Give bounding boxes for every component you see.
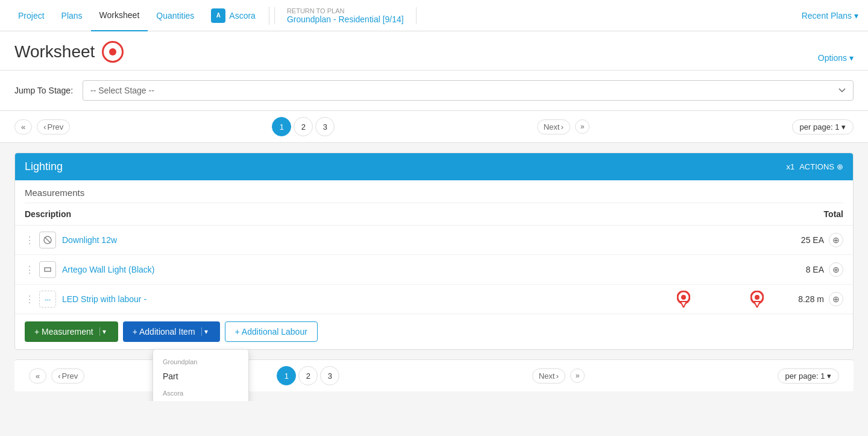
measurements-section: Measurements bbox=[15, 180, 853, 203]
nav-plans[interactable]: Plans bbox=[53, 0, 91, 31]
item-menu-2[interactable]: ⊕ bbox=[829, 262, 843, 277]
table-row: ⋮ Downlight 12w 25 EA ⊕ bbox=[15, 226, 853, 255]
item-name-2[interactable]: Artego Wall Light (Black) bbox=[62, 265, 764, 274]
item-name-3[interactable]: LED Strip with labour - bbox=[62, 294, 675, 304]
dropdown-item-part[interactable]: Part bbox=[153, 367, 248, 386]
svg-marker-8 bbox=[754, 302, 760, 308]
item-icon-2 bbox=[39, 261, 56, 278]
ascora-icon: A bbox=[211, 8, 225, 23]
top-nav: Project Plans Worksheet Quantities A Asc… bbox=[0, 0, 868, 31]
card-actions: + Measurement ▾ + Additional Item ▾ + Ad… bbox=[15, 314, 853, 349]
bottom-prev-page-btn[interactable]: ‹ Prev bbox=[51, 368, 84, 384]
additional-item-arrow[interactable]: ▾ bbox=[201, 327, 210, 336]
table-row: ⋮ --- LED Strip with labour - 8.28 m ⊕ bbox=[15, 285, 853, 314]
next-page-btn[interactable]: Next › bbox=[537, 119, 570, 134]
red-pin-1 bbox=[677, 291, 690, 308]
first-page-btn[interactable]: « bbox=[14, 119, 32, 134]
bottom-per-page-btn[interactable]: per page: 1 ▾ bbox=[778, 368, 839, 384]
stage-select[interactable]: -- Select Stage -- bbox=[83, 80, 854, 101]
page-title: Worksheet bbox=[14, 42, 95, 62]
lighting-card: Lighting x1 ACTIONS ⊕ Measurements Descr… bbox=[14, 153, 854, 350]
dropdown-group-groundplan: Groundplan bbox=[153, 355, 248, 367]
lighting-title: Lighting bbox=[25, 160, 63, 173]
top-pagination-bar: « ‹ Prev 1 2 3 Next › » per page: 1 ▾ bbox=[0, 111, 868, 143]
nav-project[interactable]: Project bbox=[10, 0, 53, 31]
col-total-header: Total bbox=[771, 209, 843, 219]
svg-line-1 bbox=[45, 237, 51, 243]
last-page-btn[interactable]: » bbox=[575, 119, 590, 134]
nav-divider bbox=[269, 7, 269, 25]
page-title-row: Worksheet bbox=[14, 41, 124, 70]
recent-plans-btn[interactable]: Recent Plans ▾ bbox=[802, 11, 858, 21]
nav-quantities[interactable]: Quantities bbox=[148, 0, 203, 31]
nav-worksheet[interactable]: Worksheet bbox=[91, 0, 148, 31]
bottom-page-3-btn[interactable]: 3 bbox=[320, 366, 339, 385]
drag-handle-2[interactable]: ⋮ bbox=[25, 264, 34, 276]
bottom-page-2-btn[interactable]: 2 bbox=[298, 366, 318, 385]
bottom-last-page-btn[interactable]: » bbox=[570, 368, 585, 383]
record-indicator bbox=[102, 41, 124, 63]
bottom-page-1-btn[interactable]: 1 bbox=[277, 366, 296, 385]
svg-rect-2 bbox=[45, 268, 51, 271]
page-1-btn[interactable]: 1 bbox=[272, 117, 291, 136]
additional-labour-btn[interactable]: + Additional Labour bbox=[225, 321, 318, 342]
nav-return: RETURN TO PLAN Groundplan - Residential … bbox=[274, 7, 417, 24]
red-pin-2 bbox=[750, 291, 764, 308]
table-row: ⋮ Artego Wall Light (Black) 8 EA ⊕ bbox=[15, 255, 853, 285]
bottom-first-page-btn[interactable]: « bbox=[29, 368, 46, 384]
bottom-page-numbers: 1 2 3 bbox=[277, 366, 339, 385]
drag-handle-1[interactable]: ⋮ bbox=[25, 235, 34, 246]
x1-label: x1 bbox=[786, 162, 794, 171]
return-plan-link[interactable]: Groundplan - Residential [9/14] bbox=[287, 14, 404, 24]
item-menu-3[interactable]: ⊕ bbox=[829, 292, 843, 306]
lighting-actions: x1 ACTIONS ⊕ bbox=[786, 162, 843, 171]
col-description-header: Description bbox=[25, 209, 771, 219]
jump-label: Jump To Stage: bbox=[14, 86, 73, 95]
item-name-1[interactable]: Downlight 12w bbox=[62, 235, 764, 245]
return-label: RETURN TO PLAN bbox=[287, 7, 404, 14]
actions-btn[interactable]: ACTIONS ⊕ bbox=[799, 162, 843, 171]
item-menu-1[interactable]: ⊕ bbox=[829, 233, 843, 247]
nav-ascora[interactable]: A Ascora bbox=[203, 8, 264, 23]
page-header: Worksheet Options ▾ bbox=[0, 31, 868, 71]
table-header: Description Total bbox=[15, 203, 853, 226]
item-icon-1 bbox=[39, 232, 56, 248]
main-content: Lighting x1 ACTIONS ⊕ Measurements Descr… bbox=[0, 143, 868, 401]
options-btn[interactable]: Options ▾ bbox=[818, 53, 854, 70]
measurement-btn[interactable]: + Measurement ▾ bbox=[25, 321, 118, 342]
drag-handle-3[interactable]: ⋮ bbox=[25, 294, 34, 305]
item-total-1: 25 EA bbox=[764, 235, 824, 245]
bottom-pagination-bar: « ‹ Prev 1 2 3 Next › » per page: 1 ▾ bbox=[14, 359, 854, 391]
svg-point-7 bbox=[755, 295, 760, 300]
page-3-btn[interactable]: 3 bbox=[315, 117, 335, 136]
item-icon-3: --- bbox=[39, 291, 56, 308]
additional-item-dropdown: Groundplan Part Ascora Inventory Supply … bbox=[153, 349, 249, 401]
lighting-header: Lighting x1 ACTIONS ⊕ bbox=[15, 153, 853, 180]
page-numbers: 1 2 3 bbox=[272, 117, 335, 136]
svg-point-4 bbox=[681, 295, 686, 300]
prev-page-btn[interactable]: ‹ Prev bbox=[37, 119, 70, 134]
item-total-2: 8 EA bbox=[764, 265, 824, 274]
dropdown-item-inventory-supply[interactable]: Inventory Supply bbox=[153, 398, 248, 401]
measurement-arrow[interactable]: ▾ bbox=[99, 327, 108, 336]
item-total-3: 8.28 m bbox=[764, 294, 824, 304]
per-page-btn[interactable]: per page: 1 ▾ bbox=[792, 119, 854, 134]
additional-item-btn[interactable]: + Additional Item ▾ bbox=[123, 321, 220, 342]
svg-marker-5 bbox=[681, 302, 687, 308]
page-2-btn[interactable]: 2 bbox=[294, 117, 313, 136]
dropdown-group-ascora: Ascora bbox=[153, 386, 248, 398]
bottom-next-page-btn[interactable]: Next › bbox=[532, 368, 565, 384]
jump-section: Jump To Stage: -- Select Stage -- bbox=[0, 71, 868, 111]
measurements-label: Measurements bbox=[25, 188, 843, 203]
